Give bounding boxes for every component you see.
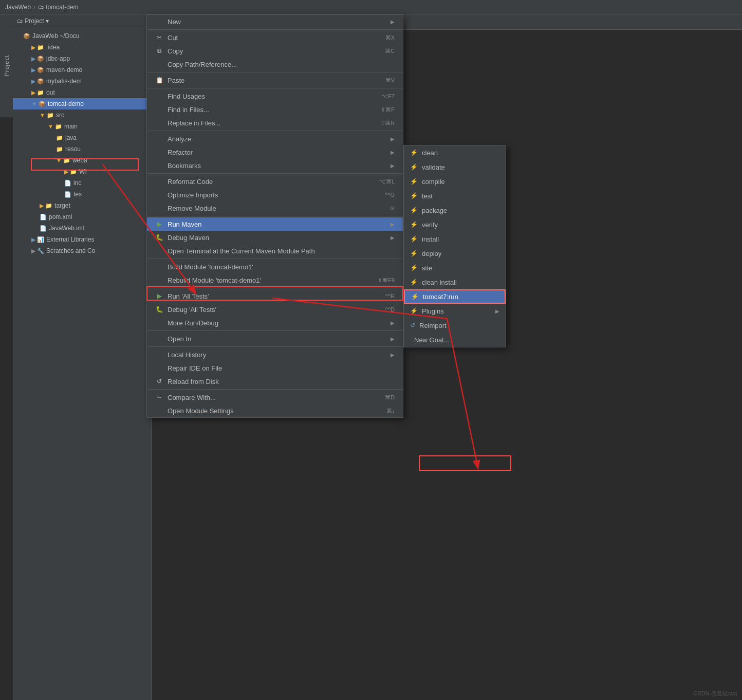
menu-item-label: Compare With... [168,394,216,401]
tree-item-label: main [64,123,78,130]
menu-separator [147,29,403,30]
menu-item-label: Open Module Settings [168,407,234,415]
maven-item-tomcat7-run[interactable]: ⚡ tomcat7:run [404,289,506,304]
iml-icon: 📄 [40,225,47,232]
maven-item-clean-install[interactable]: ⚡ clean install [404,275,506,289]
compare-icon: ↔ [155,394,163,401]
breadcrumb-bar: JavaWeb › 🗂 tomcat-dem [0,0,742,14]
menu-item-reload-disk[interactable]: ↺ Reload from Disk [147,375,403,388]
menu-item-paste[interactable]: 📋 Paste ⌘V [147,73,403,87]
folder-icon: ▼ 📁 [56,157,70,164]
menu-item-debug-tests[interactable]: 🐛 Debug 'All Tests' ^^D [147,303,403,316]
menu-item-compare[interactable]: ↔ Compare With... ⌘D [147,391,403,404]
menu-item-open-in[interactable]: Open In ▶ [147,332,403,345]
menu-item-analyze[interactable]: Analyze ▶ [147,132,403,145]
menu-item-find-usages[interactable]: Find Usages ⌥F7 [147,89,403,103]
tree-item-label: java [65,134,77,141]
menu-item-run-maven[interactable]: ▶ Run Maven ▶ [147,217,403,231]
tree-item-scratches[interactable]: ▶ 🔧 Scratches and Co [13,245,151,256]
maven-item-verify[interactable]: ⚡ verify [404,217,506,232]
tree-item-idea[interactable]: ▶ 📁 .idea [13,42,151,53]
tree-item-java[interactable]: 📁 java [13,132,151,143]
tree-item-mybatis[interactable]: ▶ 📦 mybatis-dem [13,76,151,87]
breadcrumb-item-javaweb[interactable]: JavaWeb [5,4,31,11]
tree-item-resou[interactable]: 📁 resou [13,143,151,155]
maven-item-site[interactable]: ⚡ site [404,261,506,275]
menu-item-refactor[interactable]: Refactor ▶ [147,145,403,159]
maven-item-label: clean [422,149,438,157]
folder-icon: ▶ 📁 [31,44,44,51]
maven-item-test[interactable]: ⚡ test [404,189,506,203]
maven-item-deploy[interactable]: ⚡ deploy [404,246,506,261]
tree-item-tes[interactable]: 📄 tes [13,189,151,200]
maven-item-label: site [422,264,432,272]
menu-item-module-settings[interactable]: Open Module Settings ⌘↓ [147,404,403,417]
breadcrumb-item-tomcat[interactable]: 🗂 tomcat-dem [38,4,79,11]
maven-lifecycle-icon: ⚡ [410,279,418,286]
maven-item-install[interactable]: ⚡ install [404,232,506,246]
tree-item-pomxml[interactable]: 📄 pom.xml [13,211,151,223]
menu-item-debug-maven[interactable]: 🐛 Debug Maven ▶ [147,231,403,244]
menu-item-rebuild-module[interactable]: Rebuild Module 'tomcat-demo1' ⇧⌘F9 [147,273,403,287]
menu-separator [147,346,403,347]
maven-item-clean[interactable]: ⚡ clean [404,145,506,160]
maven-item-compile[interactable]: ⚡ compile [404,174,506,189]
shortcut-copy: ⌘C [385,48,395,54]
vertical-tab-project[interactable]: Project [0,14,13,117]
debug-tests-icon: 🐛 [155,306,163,313]
module-icon: 📦 [23,33,30,40]
watermark: CSDN @蓝枝cyq [693,690,737,697]
maven-item-new-goal[interactable]: New Goal... [404,333,506,347]
tree-item-maven[interactable]: ▶ 📦 maven-demo [13,64,151,76]
menu-item-label: Run 'All Tests' [168,292,209,300]
menu-item-copy[interactable]: ⧉ Copy ⌘C [147,44,403,58]
menu-item-optimize[interactable]: Optimize Imports ^^O [147,188,403,201]
tree-item-jdbc[interactable]: ▶ 📦 jdbc-app [13,53,151,64]
tree-item-javaweb[interactable]: 📦 JavaWeb ~/Docu [13,30,151,42]
tree-item-main[interactable]: ▼ 📁 main [13,121,151,132]
submenu-arrow: ▶ [391,150,395,155]
menu-item-build-module[interactable]: Build Module 'tomcat-demo1' [147,260,403,273]
menu-item-find-files[interactable]: Find in Files... ⇧⌘F [147,103,403,116]
menu-separator [147,173,403,174]
tree-item-weba[interactable]: ▼ 📁 weba [13,155,151,166]
tree-item-tomcat[interactable]: ▼ 📦 tomcat-demo [13,98,151,109]
maven-item-label: tomcat7:run [423,293,458,301]
tree-item-wi[interactable]: ▶ 📁 WI [13,166,151,177]
menu-item-local-history[interactable]: Local History ▶ [147,348,403,361]
shortcut-paste: ⌘V [385,77,395,84]
project-tree: 📦 JavaWeb ~/Docu ▶ 📁 .idea ▶ 📦 jdbc-app … [13,28,151,259]
menu-separator [147,389,403,390]
menu-item-copy-path[interactable]: Copy Path/Reference... [147,58,403,71]
tree-item-target[interactable]: ▶ 📁 target [13,200,151,211]
tree-item-out[interactable]: ▶ 📁 out [13,87,151,98]
menu-item-repair-ide[interactable]: Repair IDE on File [147,361,403,375]
maven-item-plugins[interactable]: ⚡ Plugins ▶ [404,304,506,318]
maven-item-package[interactable]: ⚡ package [404,203,506,217]
menu-item-remove-module[interactable]: Remove Module ⊙ [147,201,403,215]
maven-item-reimport[interactable]: ↺ Reimport [404,318,506,333]
tree-item-inc[interactable]: 📄 inc [13,177,151,189]
submenu-arrow: ▶ [391,163,395,169]
menu-item-reformat[interactable]: Reformat Code ⌥⌘L [147,175,403,188]
submenu-arrow: ▶ [391,336,395,342]
menu-item-new[interactable]: New ▶ [147,15,403,28]
menu-item-cut[interactable]: ✂ Cut ⌘X [147,31,403,44]
tree-item-external-libs[interactable]: ▶ 📊 External Libraries [13,234,151,245]
maven-item-label: install [422,235,439,243]
maven-plugin-icon: ⚡ [411,293,419,300]
reimport-icon: ↺ [410,322,415,329]
menu-item-open-terminal[interactable]: Open Terminal at the Current Maven Modul… [147,244,403,257]
shortcut-reformat: ⌥⌘L [379,178,395,185]
menu-item-label: Rebuild Module 'tomcat-demo1' [168,277,261,284]
menu-item-bookmarks[interactable]: Bookmarks ▶ [147,159,403,172]
menu-item-run-tests[interactable]: ▶ Run 'All Tests' ^^R [147,289,403,303]
shortcut-optimize: ^^O [385,192,395,198]
tree-item-src[interactable]: ▼ 📁 src [13,109,151,121]
shortcut-cut: ⌘X [385,34,395,41]
maven-item-validate[interactable]: ⚡ validate [404,160,506,174]
tree-item-javaweb-iml[interactable]: 📄 JavaWeb.iml [13,223,151,234]
menu-item-more-run[interactable]: More Run/Debug ▶ [147,316,403,329]
menu-item-replace[interactable]: Replace in Files... ⇧⌘R [147,116,403,130]
maven-lifecycle-icon: ⚡ [410,221,418,228]
